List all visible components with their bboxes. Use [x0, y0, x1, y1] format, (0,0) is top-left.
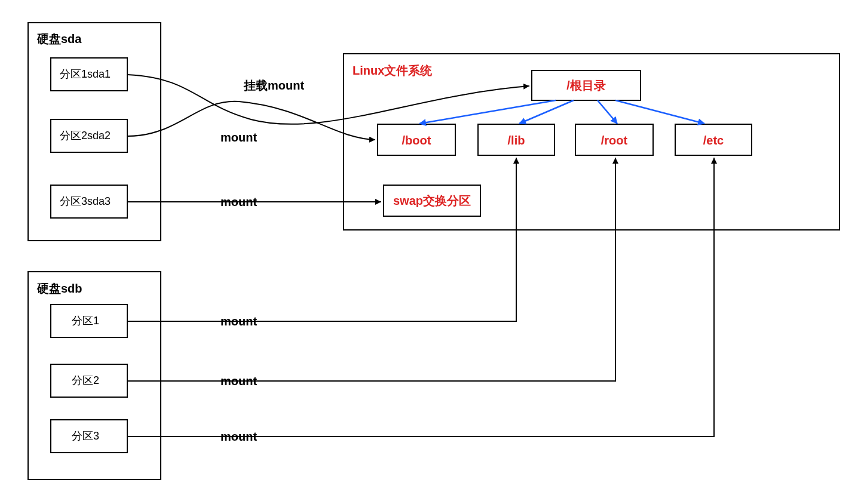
dir-boot-label: /boot — [402, 134, 431, 147]
swap-label: swap交换分区 — [393, 194, 471, 207]
mount-sda1-label: 挂载mount — [243, 79, 304, 92]
mount-sda3-label: mount — [220, 195, 257, 208]
dir-etc-label: /etc — [703, 134, 724, 147]
filesystem-group: Linux文件系统 /根目录 /boot /lib /root /etc swa… — [344, 54, 840, 230]
filesystem-title: Linux文件系统 — [353, 64, 433, 77]
disk-sda-title: 硬盘sda — [36, 32, 82, 45]
dir-lib-label: /lib — [508, 134, 525, 147]
disk-sdb-title: 硬盘sdb — [36, 282, 82, 295]
diagram-canvas: 硬盘sda 分区1sda1 分区2sda2 分区3sda3 硬盘sdb 分区1 … — [0, 0, 864, 504]
mount-sda2-label: mount — [220, 131, 257, 144]
disk-sda-group: 硬盘sda 分区1sda1 分区2sda2 分区3sda3 — [28, 23, 161, 241]
mount-sdb2-label: mount — [220, 374, 257, 388]
partition-sda1-label: 分区1sda1 — [60, 68, 111, 80]
root-dir-label: /根目录 — [566, 79, 606, 92]
partition-sda3-label: 分区3sda3 — [60, 195, 111, 207]
partition-sdb3-label: 分区3 — [72, 430, 99, 442]
partition-sdb1-label: 分区1 — [72, 315, 99, 327]
mount-sdb1-label: mount — [220, 315, 257, 328]
partition-sdb2-label: 分区2 — [72, 374, 99, 386]
partition-sda2-label: 分区2sda2 — [60, 130, 111, 142]
disk-sdb-group: 硬盘sdb 分区1 分区2 分区3 — [28, 272, 161, 480]
mount-sdb3-label: mount — [220, 430, 257, 443]
dir-root-label: /root — [601, 134, 628, 147]
